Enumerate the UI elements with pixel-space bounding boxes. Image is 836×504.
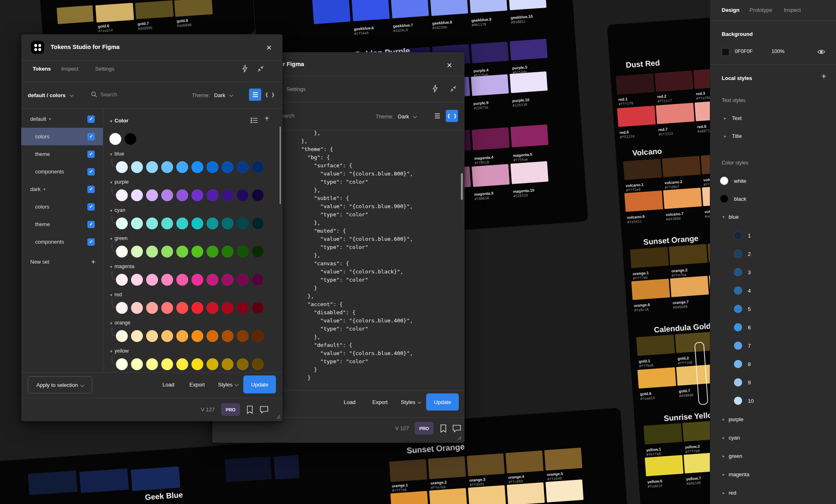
- color-style-row-blue-7[interactable]: 7: [710, 338, 836, 353]
- canvas-swatch-tile[interactable]: [625, 191, 663, 212]
- token-swatch-orange-10[interactable]: [252, 330, 264, 342]
- canvas-swatch-tile[interactable]: [131, 466, 180, 491]
- search-input[interactable]: Search: [100, 91, 117, 98]
- add-token-icon[interactable]: +: [265, 114, 269, 123]
- token-swatch-blue-2[interactable]: [131, 161, 143, 173]
- canvas-swatch-tile[interactable]: [389, 459, 427, 482]
- token-swatch-red-6[interactable]: [191, 302, 203, 314]
- token-list-icon[interactable]: [251, 117, 258, 124]
- list-view-toggle[interactable]: [431, 110, 443, 122]
- checkbox-checked-icon[interactable]: ✓: [87, 203, 95, 211]
- tokens-scrollbar[interactable]: [280, 127, 281, 204]
- checkbox-checked-icon[interactable]: ✓: [87, 168, 95, 175]
- token-swatch-green-2[interactable]: [131, 246, 143, 258]
- canvas-swatch-tile[interactable]: [96, 3, 134, 22]
- token-swatch-red-8[interactable]: [222, 302, 233, 314]
- token-swatch-orange-1[interactable]: [116, 330, 128, 342]
- token-swatch-cyan-5[interactable]: [176, 218, 188, 229]
- changelog-icon[interactable]: [439, 424, 447, 433]
- token-swatch-blue-7[interactable]: [207, 161, 218, 173]
- feedback-icon[interactable]: [260, 406, 269, 414]
- canvas-swatch-tile[interactable]: [273, 455, 300, 480]
- theme-value[interactable]: Dark: [214, 92, 225, 98]
- color-style-row-blue-1[interactable]: 1: [710, 228, 836, 243]
- token-swatch-cyan-10[interactable]: [252, 218, 264, 229]
- token-swatch-orange-9[interactable]: [237, 330, 249, 342]
- canvas-swatch-tile[interactable]: [429, 0, 468, 16]
- token-set-default-0[interactable]: default▾✓: [21, 110, 103, 128]
- token-swatch-cyan-4[interactable]: [161, 218, 173, 229]
- token-set-dark-4[interactable]: dark▾✓: [21, 180, 103, 198]
- canvas-swatch-tile[interactable]: [638, 367, 676, 389]
- canvas-swatch-tile[interactable]: [545, 480, 583, 502]
- feedback-icon[interactable]: [452, 424, 461, 433]
- json-view-toggle[interactable]: { }: [446, 110, 458, 122]
- token-swatch-cyan-9[interactable]: [237, 218, 249, 229]
- token-group-label-orange[interactable]: ▾orange: [110, 320, 130, 326]
- new-set-button[interactable]: New set+: [21, 253, 103, 271]
- canvas-swatch-tile[interactable]: [351, 0, 390, 21]
- token-swatch-cyan-8[interactable]: [222, 218, 233, 229]
- token-swatch-magenta-6[interactable]: [191, 274, 203, 286]
- canvas-swatch-tile[interactable]: [390, 491, 428, 504]
- token-swatch-magenta-1[interactable]: [116, 274, 128, 286]
- token-swatch-yellow-4[interactable]: [161, 358, 173, 370]
- canvas-swatch-tile[interactable]: [509, 39, 547, 60]
- token-swatch-yellow-5[interactable]: [176, 358, 188, 370]
- token-swatch-blue-1[interactable]: [116, 161, 128, 173]
- token-swatch-yellow-6[interactable]: [191, 358, 203, 370]
- canvas-swatch-tile[interactable]: [645, 455, 684, 476]
- token-swatch-red-5[interactable]: [176, 302, 188, 314]
- token-swatch-green-7[interactable]: [207, 246, 218, 258]
- token-swatch-yellow-1[interactable]: [116, 358, 128, 370]
- canvas-swatch-tile[interactable]: [311, 0, 351, 24]
- canvas-swatch-tile[interactable]: [468, 485, 506, 504]
- token-swatch-blue-8[interactable]: [222, 161, 233, 173]
- token-swatch-purple-10[interactable]: [252, 189, 264, 201]
- token-swatch-purple-3[interactable]: [146, 189, 158, 201]
- background-color-swatch[interactable]: [722, 48, 729, 56]
- background-hex-field[interactable]: 0F0F0F: [735, 49, 753, 54]
- token-swatch-red-10[interactable]: [252, 302, 264, 314]
- chevron-right-icon[interactable]: ▸: [724, 134, 726, 138]
- add-style-icon[interactable]: +: [821, 71, 826, 81]
- color-style-row-red[interactable]: ▸red: [710, 485, 836, 500]
- token-swatch-green-6[interactable]: [191, 246, 203, 258]
- list-view-toggle[interactable]: [249, 89, 261, 101]
- color-style-row-cyan[interactable]: ▸cyan: [710, 430, 836, 445]
- token-swatch-cyan-7[interactable]: [207, 218, 218, 229]
- token-set-selector[interactable]: default / colors: [28, 92, 65, 98]
- chevron-right-icon[interactable]: ▸: [724, 116, 726, 120]
- color-style-row-black[interactable]: black: [710, 191, 836, 206]
- token-swatch-green-1[interactable]: [116, 246, 128, 258]
- add-set-icon[interactable]: +: [91, 258, 96, 266]
- load-button[interactable]: Load: [162, 382, 174, 388]
- collapse-icon[interactable]: [450, 85, 457, 92]
- color-style-row-magenta[interactable]: ▸magenta: [710, 467, 836, 482]
- token-swatch-orange-6[interactable]: [191, 330, 203, 342]
- token-swatch-red-1[interactable]: [116, 302, 128, 314]
- token-swatch-blue-5[interactable]: [176, 161, 188, 173]
- color-style-row-white[interactable]: white: [710, 173, 836, 188]
- resize-handle[interactable]: [274, 413, 281, 420]
- styles-button[interactable]: Styles: [401, 399, 421, 405]
- changelog-icon[interactable]: [246, 405, 254, 415]
- token-swatch-cyan-3[interactable]: [146, 218, 158, 229]
- text-style-row-text[interactable]: ▸ Text: [710, 111, 836, 125]
- token-swatch-green-5[interactable]: [176, 246, 188, 258]
- token-swatch-red-4[interactable]: [161, 302, 173, 314]
- canvas-swatch-tile[interactable]: [623, 159, 662, 180]
- token-swatch-blue-9[interactable]: [237, 161, 249, 173]
- token-swatch-purple-6[interactable]: [191, 189, 203, 201]
- token-swatch-red-2[interactable]: [131, 302, 143, 314]
- canvas-swatch-tile[interactable]: [135, 0, 174, 19]
- token-swatch-black[interactable]: [125, 133, 136, 145]
- token-set-components-3[interactable]: components✓: [21, 163, 103, 180]
- checkbox-checked-icon[interactable]: ✓: [87, 115, 95, 123]
- json-view-toggle[interactable]: { }: [264, 89, 276, 101]
- token-swatch-purple-5[interactable]: [176, 189, 188, 201]
- token-group-label-green[interactable]: ▾green: [110, 235, 128, 241]
- canvas-swatch-tile[interactable]: [79, 468, 129, 493]
- token-swatch-blue-4[interactable]: [161, 161, 173, 173]
- apply-to-selection-button[interactable]: Apply to selection: [28, 376, 92, 393]
